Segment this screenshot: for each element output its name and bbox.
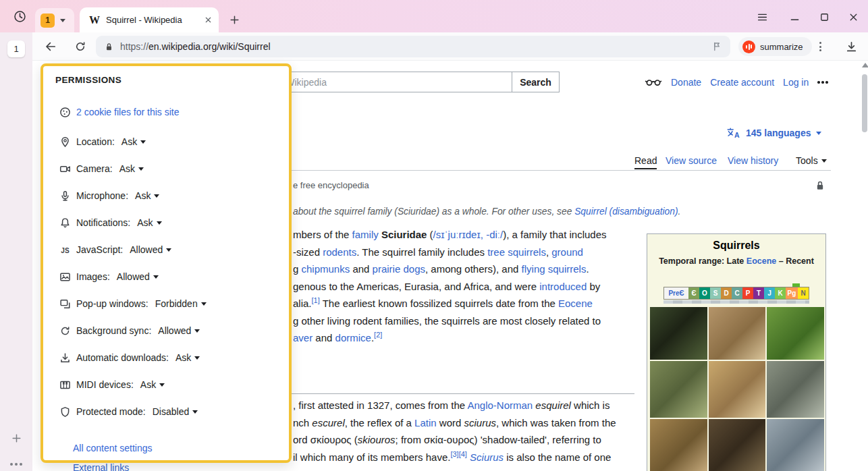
squirrel-photo-2[interactable] <box>709 307 766 360</box>
squirrel-photo-1[interactable] <box>650 307 707 360</box>
wiki-link[interactable]: introduced <box>539 281 587 292</box>
address-bar-menu-button[interactable] <box>811 36 829 57</box>
cookie-files-link[interactable]: 2 cookie files for this site <box>76 107 180 117</box>
history-button[interactable] <box>9 6 30 26</box>
wiki-link[interactable]: Eocene <box>558 298 593 309</box>
wiki-link[interactable]: prairie dogs <box>373 263 425 275</box>
log-in-link[interactable]: Log in <box>783 77 809 88</box>
squirrel-photo-6[interactable] <box>767 361 824 418</box>
all-content-settings-link[interactable]: All content settings <box>73 443 153 453</box>
maximize-button[interactable] <box>815 8 834 26</box>
user-menu-button[interactable] <box>817 81 828 84</box>
permission-dropdown[interactable]: Ask <box>135 190 159 201</box>
rail-more-button[interactable] <box>10 463 22 466</box>
permission-dropdown[interactable]: Ask <box>121 136 146 147</box>
permission-row-midi: MIDI devices: Ask <box>43 371 289 398</box>
permission-dropdown[interactable]: Ask <box>175 352 200 363</box>
bookmark-flag-icon[interactable] <box>711 41 722 52</box>
timeline-segment-J[interactable]: J <box>764 287 775 299</box>
tab-close-button[interactable] <box>205 16 212 24</box>
timeline-segment-O[interactable]: O <box>699 287 710 299</box>
wiki-link[interactable]: Squirrel (disambiguation) <box>574 206 678 217</box>
tab-tools[interactable]: Tools <box>796 155 827 166</box>
languages-button[interactable]: 145 languages <box>726 127 821 139</box>
rail-add-button[interactable] <box>11 433 22 444</box>
wiki-link[interactable]: Anglo-Norman <box>467 399 533 411</box>
text-segment: by <box>587 281 600 292</box>
wiki-link[interactable]: flying squirrels <box>522 263 587 275</box>
address-bar[interactable]: https://en.wikipedia.org/wiki/Squirrel <box>96 36 730 57</box>
squirrel-photo-5[interactable] <box>709 361 766 418</box>
sidebar-rail: 1 <box>0 32 32 471</box>
scrollbar-thumb[interactable] <box>862 74 867 132</box>
wiki-link[interactable]: Eocene <box>747 256 776 266</box>
browser-menu-button[interactable] <box>753 8 771 26</box>
timeline-segment-C[interactable]: C <box>732 287 742 299</box>
permission-dropdown[interactable]: Disabled <box>153 406 198 417</box>
timeline-segment-K[interactable]: K <box>775 287 786 299</box>
wiki-link[interactable]: Latin <box>414 417 437 428</box>
back-button[interactable] <box>39 36 62 57</box>
squirrel-photo-7[interactable] <box>650 419 707 471</box>
rail-tab-counter-button[interactable]: 1 <box>7 40 25 57</box>
chevron-down-icon[interactable] <box>60 19 65 22</box>
permission-dropdown[interactable]: Allowed <box>158 325 200 336</box>
wiki-link[interactable]: rodents <box>323 246 356 258</box>
wiki-link[interactable]: Sciurus <box>470 451 504 463</box>
permission-dropdown[interactable]: Forbidden <box>155 298 207 309</box>
squirrel-photo-3[interactable] <box>767 307 824 360</box>
wiki-link[interactable]: dormice <box>335 332 371 343</box>
close-button[interactable] <box>844 8 863 26</box>
timeline-segment-Pg[interactable]: Pg <box>786 287 798 299</box>
squirrel-photo-8[interactable] <box>709 419 766 471</box>
new-tab-button[interactable] <box>225 11 244 29</box>
downloads-button[interactable] <box>840 36 863 57</box>
wiki-link[interactable]: family <box>352 229 379 240</box>
tab-squirrel-wikipedia[interactable]: W Squirrel - Wikipedia <box>80 7 219 32</box>
timeline-segment-PreЄ[interactable]: PreЄ <box>664 287 688 299</box>
tab-read[interactable]: Read <box>634 155 657 169</box>
wiki-link[interactable]: aver <box>293 332 313 343</box>
squirrel-photo-4[interactable] <box>650 361 707 418</box>
permission-icon <box>59 190 71 202</box>
timeline-segment-D[interactable]: D <box>721 287 732 299</box>
text-segment: -sized <box>293 246 323 258</box>
url-text[interactable]: https://en.wikipedia.org/wiki/Squirrel <box>120 41 705 52</box>
tab-view-history[interactable]: View history <box>728 155 778 166</box>
wiki-link[interactable]: tree squirrels <box>487 246 546 258</box>
chevron-down-icon <box>192 410 198 414</box>
permission-dropdown[interactable]: Allowed <box>130 244 171 255</box>
window-titlebar: 1 W Squirrel - Wikipedia <box>0 0 868 32</box>
wiki-link[interactable]: ground <box>551 246 583 258</box>
reload-button[interactable] <box>69 36 92 57</box>
create-account-link[interactable]: Create account <box>710 77 774 88</box>
lock-icon[interactable] <box>104 42 114 52</box>
timeline-segment-S[interactable]: S <box>710 287 721 299</box>
external-links-link[interactable]: External links <box>73 462 129 471</box>
donate-link[interactable]: Donate <box>671 77 701 88</box>
tab-group-mini[interactable]: 1 <box>35 8 74 32</box>
search-button[interactable]: Search <box>512 72 560 92</box>
timeline-segment-T[interactable]: T <box>753 287 764 299</box>
appearance-glasses-icon[interactable] <box>645 77 662 88</box>
permission-dropdown[interactable]: Ask <box>140 379 165 390</box>
scrollbar-up-arrow[interactable] <box>862 63 868 67</box>
summarize-button[interactable]: summarize <box>738 37 812 56</box>
permission-dropdown[interactable]: Ask <box>119 163 144 174</box>
permission-dropdown[interactable]: Allowed <box>117 271 159 282</box>
tab-view-source[interactable]: View source <box>666 155 717 166</box>
wiki-link[interactable]: /sɪˈjuːrɪdeɪ, -diː/ <box>433 229 504 240</box>
reference-link[interactable]: [3][4] <box>450 450 466 458</box>
timeline-segment-Є[interactable]: Є <box>688 287 699 299</box>
permission-row-download: Automatic downloads: Ask <box>43 344 289 371</box>
minimize-button[interactable] <box>785 8 804 26</box>
text-segment: and <box>313 332 335 343</box>
reference-link[interactable]: [1] <box>312 296 320 304</box>
timeline-segment-N[interactable]: N <box>798 287 809 299</box>
squirrel-photo-9[interactable] <box>767 419 824 471</box>
article-line: mbers of the family Sciuridae (/sɪˈjuːrɪ… <box>293 229 607 240</box>
timeline-segment-P[interactable]: P <box>742 287 753 299</box>
reference-link[interactable]: [2] <box>374 331 382 339</box>
wiki-link[interactable]: chipmunks <box>302 263 350 275</box>
permission-dropdown[interactable]: Ask <box>137 217 161 228</box>
